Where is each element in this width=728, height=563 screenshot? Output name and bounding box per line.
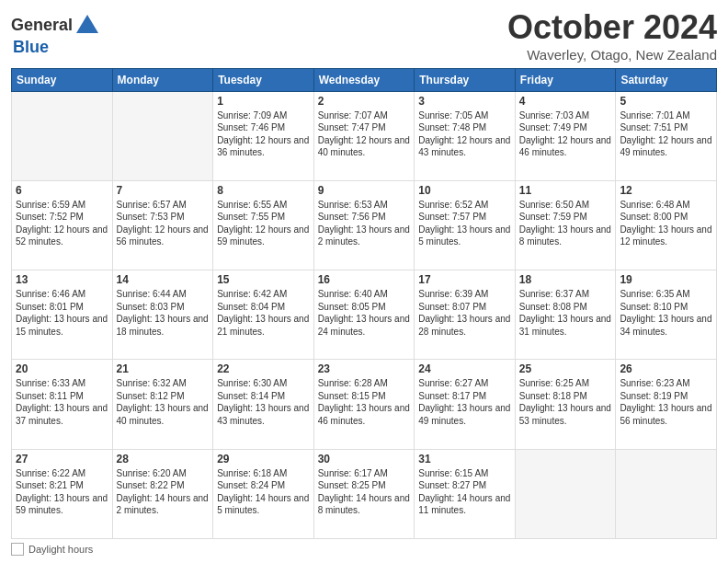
footer: Daylight hours [11,543,717,556]
cell-info-line: Sunset: 8:11 PM [16,390,108,403]
day-number: 22 [217,362,310,375]
cell-info-line: Sunrise: 6:22 AM [16,467,108,480]
cell-info-line: Sunset: 8:24 PM [217,479,310,492]
cell-info-line: Sunrise: 6:30 AM [217,377,310,390]
cell-info-line: Daylight: 12 hours and 40 minutes. [318,134,411,159]
cell-info-line: Daylight: 13 hours and 2 minutes. [318,224,411,248]
header: General Blue October 2024 Waverley, Otag… [11,9,717,63]
col-header-tuesday: Tuesday [213,68,314,91]
cell-info-line: Sunset: 8:08 PM [519,301,612,314]
cell-info-line: Sunset: 8:22 PM [117,479,210,492]
cell-info-line: Sunrise: 6:33 AM [16,377,108,390]
day-number: 2 [318,95,411,108]
calendar-cell: 10Sunrise: 6:52 AMSunset: 7:57 PMDayligh… [415,180,516,270]
month-title: October 2024 [507,9,717,46]
day-number: 23 [318,362,411,375]
col-header-thursday: Thursday [415,68,516,91]
cell-info-line: Daylight: 13 hours and 15 minutes. [16,313,108,338]
day-number: 8 [217,184,310,197]
day-number: 13 [16,273,108,286]
cell-info-line: Sunrise: 6:50 AM [519,199,612,212]
week-row-4: 20Sunrise: 6:33 AMSunset: 8:11 PMDayligh… [12,360,717,449]
cell-info-line: Sunset: 8:01 PM [16,301,108,314]
calendar-cell: 6Sunrise: 6:59 AMSunset: 7:52 PMDaylight… [12,180,113,270]
calendar-cell: 28Sunrise: 6:20 AMSunset: 8:22 PMDayligh… [112,449,213,538]
calendar-cell [12,91,113,180]
cell-info-line: Sunset: 7:49 PM [519,121,612,134]
cell-info-line: Sunrise: 6:55 AM [217,199,310,212]
cell-info-line: Sunset: 8:27 PM [418,479,511,492]
cell-info-line: Daylight: 13 hours and 34 minutes. [620,313,712,338]
logo-blue-text: Blue [13,39,100,57]
col-header-sunday: Sunday [12,68,113,91]
calendar-cell [616,449,717,538]
calendar-cell: 24Sunrise: 6:27 AMSunset: 8:17 PMDayligh… [415,360,516,449]
calendar-cell: 16Sunrise: 6:40 AMSunset: 8:05 PMDayligh… [313,270,415,360]
svg-marker-0 [76,15,98,33]
daylight-hours-box [11,543,24,556]
day-number: 24 [418,362,511,375]
calendar-cell: 27Sunrise: 6:22 AMSunset: 8:21 PMDayligh… [12,449,113,538]
cell-info-line: Sunrise: 6:17 AM [318,467,411,480]
week-row-5: 27Sunrise: 6:22 AMSunset: 8:21 PMDayligh… [12,449,717,538]
cell-info-line: Daylight: 13 hours and 28 minutes. [418,313,511,338]
day-number: 30 [318,453,411,465]
calendar-header: SundayMondayTuesdayWednesdayThursdayFrid… [12,68,717,91]
calendar-cell: 13Sunrise: 6:46 AMSunset: 8:01 PMDayligh… [12,270,113,360]
cell-info-line: Daylight: 13 hours and 56 minutes. [620,402,712,427]
cell-info-line: Sunset: 8:21 PM [16,479,108,492]
cell-info-line: Sunset: 8:10 PM [620,301,712,314]
day-number: 1 [217,95,310,108]
cell-info-line: Sunset: 7:56 PM [318,211,411,224]
col-header-friday: Friday [515,68,616,91]
day-number: 29 [217,453,310,465]
calendar-cell: 23Sunrise: 6:28 AMSunset: 8:15 PMDayligh… [313,360,415,449]
day-number: 12 [620,184,712,197]
cell-info-line: Sunset: 7:55 PM [217,211,310,224]
header-row: SundayMondayTuesdayWednesdayThursdayFrid… [12,68,717,91]
cell-info-line: Daylight: 12 hours and 46 minutes. [519,134,612,159]
cell-info-line: Sunset: 8:07 PM [418,301,511,314]
calendar-cell: 2Sunrise: 7:07 AMSunset: 7:47 PMDaylight… [313,91,415,180]
day-number: 27 [16,453,108,465]
day-number: 16 [318,273,411,286]
day-number: 18 [519,273,612,286]
cell-info-line: Sunrise: 6:52 AM [418,199,511,212]
day-number: 10 [418,184,511,197]
cell-info-line: Daylight: 13 hours and 53 minutes. [519,402,612,427]
cell-info-line: Daylight: 13 hours and 24 minutes. [318,313,411,338]
calendar-cell: 20Sunrise: 6:33 AMSunset: 8:11 PMDayligh… [12,360,113,449]
cell-info-line: Daylight: 13 hours and 18 minutes. [117,313,210,338]
calendar-cell: 15Sunrise: 6:42 AMSunset: 8:04 PMDayligh… [213,270,314,360]
cell-info-line: Daylight: 12 hours and 36 minutes. [217,134,310,159]
cell-info-line: Sunrise: 6:35 AM [620,288,712,301]
calendar-cell: 22Sunrise: 6:30 AMSunset: 8:14 PMDayligh… [213,360,314,449]
cell-info-line: Sunrise: 6:46 AM [16,288,108,301]
calendar-cell: 30Sunrise: 6:17 AMSunset: 8:25 PMDayligh… [313,449,415,538]
cell-info-line: Sunset: 7:47 PM [318,121,411,134]
cell-info-line: Daylight: 13 hours and 46 minutes. [318,402,411,427]
day-number: 3 [418,95,511,108]
day-number: 17 [418,273,511,286]
calendar-cell: 14Sunrise: 6:44 AMSunset: 8:03 PMDayligh… [112,270,213,360]
title-block: October 2024 Waverley, Otago, New Zealan… [507,9,717,63]
week-row-1: 1Sunrise: 7:09 AMSunset: 7:46 PMDaylight… [12,91,717,180]
cell-info-line: Sunset: 8:19 PM [620,390,712,403]
daylight-hours-label: Daylight hours [28,544,93,555]
cell-info-line: Daylight: 14 hours and 8 minutes. [318,492,411,517]
calendar-cell: 7Sunrise: 6:57 AMSunset: 7:53 PMDaylight… [112,180,213,270]
cell-info-line: Sunrise: 7:03 AM [519,109,612,122]
cell-info-line: Sunrise: 7:05 AM [418,109,511,122]
cell-info-line: Daylight: 12 hours and 52 minutes. [16,224,108,248]
cell-info-line: Sunset: 8:05 PM [318,301,411,314]
cell-info-line: Sunset: 7:53 PM [117,211,210,224]
cell-info-line: Sunset: 8:12 PM [117,390,210,403]
cell-info-line: Sunrise: 6:15 AM [418,467,511,480]
col-header-monday: Monday [112,68,213,91]
cell-info-line: Sunrise: 6:25 AM [519,377,612,390]
cell-info-line: Sunset: 8:15 PM [318,390,411,403]
calendar-cell: 1Sunrise: 7:09 AMSunset: 7:46 PMDaylight… [213,91,314,180]
cell-info-line: Sunset: 8:04 PM [217,301,310,314]
cell-info-line: Daylight: 13 hours and 49 minutes. [418,402,511,427]
cell-info-line: Daylight: 12 hours and 43 minutes. [418,134,511,159]
